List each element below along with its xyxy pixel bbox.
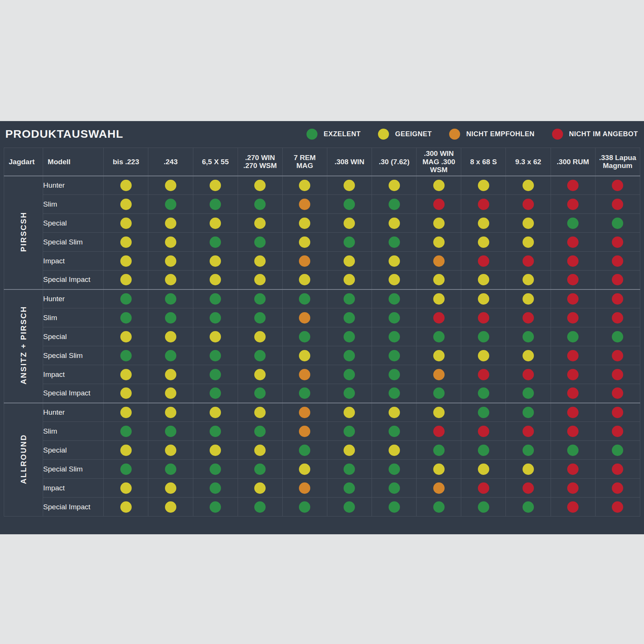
status-dot-icon [120,407,132,418]
grid-cell [193,233,238,252]
status-dot-icon [567,350,579,361]
status-dot-icon [567,407,579,418]
status-dot-icon [254,199,266,210]
status-dot-icon [299,255,310,267]
grid-cell [327,422,372,441]
grid-cell [417,346,461,365]
group-cell: ALLROUND [4,403,43,516]
grid-cell [193,214,238,233]
status-dot-icon [389,369,400,380]
grid-cell [551,195,595,214]
grid-cell [506,233,551,252]
column-header: .243 [148,148,193,176]
grid-cell [372,365,417,384]
product-selection-panel: PRODUKTAUSWAHL EXZELENTGEEIGNETNICHT EMP… [0,121,644,534]
grid-cell [193,403,238,422]
status-dot-icon [299,426,310,437]
status-dot-icon [165,199,176,210]
status-dot-icon [210,274,221,285]
grid-cell [417,233,461,252]
status-dot-icon [523,369,534,380]
status-dot-icon [254,464,266,475]
grid-cell [104,422,148,441]
status-dot-icon [210,199,221,210]
grid-cell [506,214,551,233]
grid-cell [506,176,551,195]
status-dot-icon [612,445,623,456]
table-row: Slim [4,422,640,441]
status-dot-icon [210,350,221,361]
status-dot-icon [299,331,310,342]
table-row: Slim [4,195,640,214]
status-dot-icon [478,331,489,342]
grid-cell [461,176,506,195]
status-dot-icon [478,180,489,191]
grid-cell [104,252,148,271]
grid-cell [506,479,551,498]
header-row: JagdartModellbis .223.2436,5 X 55.270 WI… [4,148,640,176]
grid-cell [595,233,640,252]
column-header: bis .223 [104,148,148,176]
grid-cell [104,214,148,233]
grid-cell [148,479,193,498]
group-label: ANSITZ + PIRSCH [19,306,28,384]
status-dot-icon [210,218,221,229]
grid-cell [551,403,595,422]
status-dot-icon [120,387,132,399]
status-dot-icon [210,369,221,380]
status-dot-icon [567,369,579,380]
grid-cell [327,479,372,498]
grid-cell [417,195,461,214]
grid-cell [372,498,417,516]
status-dot-icon [523,293,534,305]
status-dot-icon [254,236,266,248]
status-dot-icon [344,274,355,285]
product-table: JagdartModellbis .223.2436,5 X 55.270 WI… [4,148,640,516]
status-dot-icon [433,350,445,361]
grid-cell [506,384,551,403]
grid-cell [417,252,461,271]
status-dot-icon [612,350,623,361]
grid-cell [193,422,238,441]
status-dot-icon [433,236,445,248]
status-dot-icon [210,236,221,248]
status-dot-icon [344,236,355,248]
grid-cell [506,346,551,365]
status-dot-icon [433,331,445,342]
status-dot-icon [299,218,310,229]
status-dot-icon [612,464,623,475]
grid-cell [282,384,327,403]
status-dot-icon [344,312,355,324]
status-dot-icon [433,407,445,418]
status-dot-icon [612,387,623,399]
status-dot-icon [120,501,132,513]
legend-dot-icon [306,129,317,140]
table-row: Special Slim [4,233,640,252]
status-dot-icon [344,426,355,437]
status-dot-icon [254,312,266,324]
grid-cell [595,195,640,214]
grid-cell [282,308,327,327]
status-dot-icon [389,218,400,229]
status-dot-icon [299,501,310,513]
table-row: ALLROUNDHunter [4,403,640,422]
grid-cell [193,441,238,460]
status-dot-icon [299,199,310,210]
model-label: Slim [43,195,104,214]
model-label: Special [43,441,104,460]
status-dot-icon [523,255,534,267]
grid-cell [148,289,193,308]
table-row: Special Impact [4,498,640,516]
grid-cell [327,460,372,479]
status-dot-icon [254,426,266,437]
grid-cell [372,308,417,327]
status-dot-icon [344,180,355,191]
grid-cell [417,289,461,308]
status-dot-icon [433,387,445,399]
group-label: PIRSCSH [19,212,28,252]
status-dot-icon [612,218,623,229]
grid-cell [372,460,417,479]
status-dot-icon [165,501,176,513]
grid-cell [551,308,595,327]
status-dot-icon [523,199,534,210]
